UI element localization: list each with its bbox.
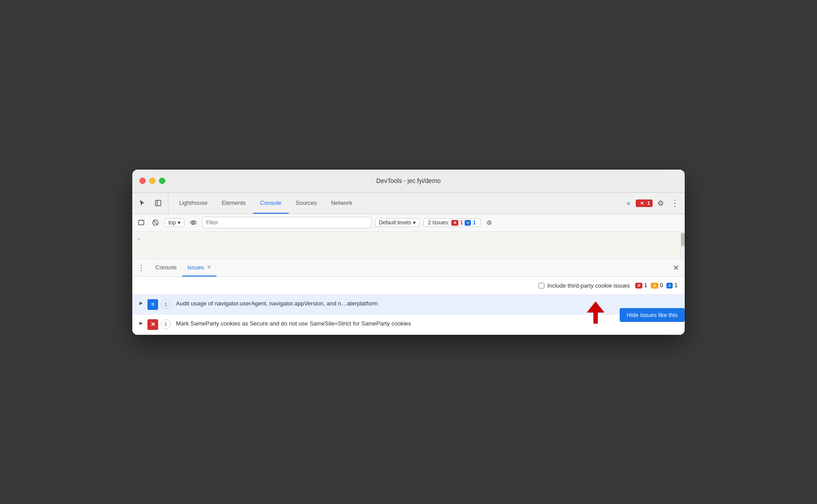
error-count-chip: ✕ 1 xyxy=(635,282,647,289)
issue-text-1: Mark SameParty cookies as Secure and do … xyxy=(176,319,678,328)
panel-tab-issues[interactable]: Issues ✕ xyxy=(182,259,217,276)
bottom-panel: ⋮ Console Issues ✕ ✕ Include third-party… xyxy=(132,259,685,335)
issue-type-icon-0: ≡ xyxy=(147,299,158,310)
issue-row-1[interactable]: ▶ ✕ 1 Mark SameParty cookies as Secure a… xyxy=(132,315,685,335)
panel-tab-bar: ⋮ Console Issues ✕ ✕ xyxy=(132,259,685,277)
main-tabs: Lighthouse Elements Console Sources Netw… xyxy=(172,193,623,214)
tab-console[interactable]: Console xyxy=(253,193,289,214)
cursor-icon[interactable] xyxy=(136,197,148,209)
svg-line-6 xyxy=(153,220,158,225)
title-bar: DevTools - jec.fyi/demo xyxy=(132,170,685,193)
top-context-selector[interactable]: top ▾ xyxy=(164,218,184,227)
dropdown-arrow-icon: ▾ xyxy=(178,219,180,226)
svg-rect-0 xyxy=(155,200,161,206)
tab-bar-icons xyxy=(136,193,168,214)
issue-count-badge-0: 1 xyxy=(161,299,171,309)
traffic-lights xyxy=(139,178,165,184)
minimize-button[interactable] xyxy=(149,178,155,184)
settings-button[interactable]: ⚙ xyxy=(654,197,667,209)
panel-tab-console[interactable]: Console xyxy=(150,259,182,276)
devtools-window: DevTools - jec.fyi/demo Lighthouse Eleme… xyxy=(132,170,685,335)
console-settings-icon[interactable]: ⚙ xyxy=(484,217,495,228)
tab-sources[interactable]: Sources xyxy=(289,193,324,214)
info-count-icon: ≡ xyxy=(666,283,673,289)
issues-panel: Include third-party cookie issues ✕ 1 ⚠ … xyxy=(132,277,685,335)
context-menu[interactable]: Hide issues like this xyxy=(620,308,685,322)
info-count-chip: ≡ 1 xyxy=(666,282,678,289)
scrollbar[interactable] xyxy=(680,232,685,259)
error-badge-icon: ✕ xyxy=(638,200,645,206)
error-count-icon: ✕ xyxy=(635,283,642,289)
default-levels-selector[interactable]: Default levels ▾ xyxy=(375,218,420,227)
console-toolbar: top ▾ Default levels ▾ 2 Issues: ✕ 1 ≡ 1… xyxy=(132,214,685,232)
filter-input[interactable] xyxy=(202,217,372,228)
dock-icon[interactable] xyxy=(152,197,164,209)
svg-rect-2 xyxy=(139,220,144,225)
scrollbar-thumb[interactable] xyxy=(681,233,685,246)
clear-console-icon[interactable] xyxy=(136,217,147,228)
panel-tab-close-icon[interactable]: ✕ xyxy=(207,264,211,270)
issue-row-0[interactable]: ▶ ≡ 1 Audit usage of navigator.userAgent… xyxy=(132,295,685,315)
svg-point-8 xyxy=(192,222,194,224)
issues-counts: ✕ 1 ⚠ 0 ≡ 1 xyxy=(635,282,678,289)
levels-dropdown-arrow-icon: ▾ xyxy=(413,219,416,226)
main-tab-bar: Lighthouse Elements Console Sources Netw… xyxy=(132,193,685,214)
close-button[interactable] xyxy=(139,178,146,184)
info-icon: ≡ xyxy=(465,220,471,226)
tab-bar-right: » ✕ 1 ⚙ ⋮ xyxy=(623,193,681,214)
more-tabs-button[interactable]: » xyxy=(623,198,634,208)
error-icon: ✕ xyxy=(451,220,458,226)
tab-elements[interactable]: Elements xyxy=(215,193,253,214)
issues-header: Include third-party cookie issues ✕ 1 ⚠ … xyxy=(132,277,685,295)
window-title: DevTools - jec.fyi/demo xyxy=(376,177,441,184)
tab-lighthouse[interactable]: Lighthouse xyxy=(172,193,215,214)
maximize-button[interactable] xyxy=(159,178,165,184)
more-options-button[interactable]: ⋮ xyxy=(669,197,681,209)
error-badge: ✕ 1 xyxy=(636,199,653,207)
panel-close-button[interactable]: ✕ xyxy=(670,262,681,273)
warn-count-chip: ⚠ 0 xyxy=(651,282,663,289)
panel-more-button[interactable]: ⋮ xyxy=(136,262,147,273)
issue-type-icon-1: ✕ xyxy=(147,319,158,330)
svg-point-7 xyxy=(191,221,196,224)
expand-arrow-icon-1: ▶ xyxy=(139,321,143,325)
console-prompt[interactable]: › xyxy=(132,232,685,246)
issue-count-badge-1: 1 xyxy=(161,319,171,329)
include-third-party-checkbox[interactable]: Include third-party cookie issues xyxy=(539,282,630,289)
expand-arrow-icon-0: ▶ xyxy=(139,301,143,305)
warn-count-icon: ⚠ xyxy=(651,283,658,289)
issues-count-badge[interactable]: 2 Issues: ✕ 1 ≡ 1 xyxy=(423,218,481,227)
eye-icon[interactable] xyxy=(188,217,199,228)
console-area: › xyxy=(132,232,685,259)
tab-network[interactable]: Network xyxy=(324,193,359,214)
third-party-checkbox-input[interactable] xyxy=(539,283,544,289)
block-icon[interactable] xyxy=(150,217,161,228)
